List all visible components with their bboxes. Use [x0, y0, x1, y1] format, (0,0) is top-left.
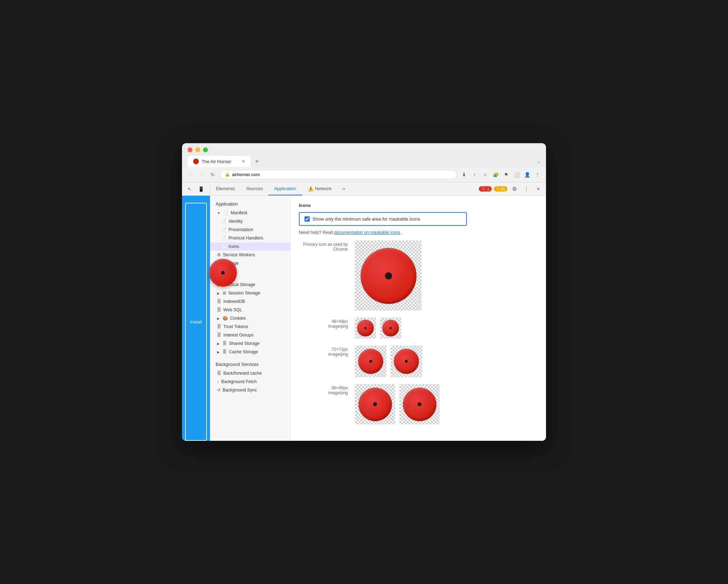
- more-options-icon[interactable]: ⋮: [522, 184, 531, 194]
- profile-icon[interactable]: 👤: [523, 171, 531, 179]
- title-bar: The Air Horner × + ⌄: [182, 143, 546, 167]
- indexed-db-icon: 🗄: [217, 299, 221, 304]
- tab-network[interactable]: ⚠️ Network: [302, 182, 337, 195]
- help-text-suffix: .: [401, 230, 402, 235]
- device-icon[interactable]: 📱: [196, 184, 206, 194]
- help-text-prefix: Need help? Read: [299, 230, 334, 235]
- share-icon[interactable]: ↑: [470, 171, 479, 179]
- background-sync-icon: ↺: [217, 388, 220, 392]
- new-tab-button[interactable]: +: [252, 157, 262, 166]
- maskable-icons-checkbox[interactable]: [304, 216, 310, 222]
- sidebar-item-indexed-db[interactable]: 🗄 IndexedDB: [210, 297, 290, 306]
- sidebar-item-background-sync[interactable]: ↺ Background Sync: [210, 386, 290, 394]
- sidebar-item-back-forward-cache[interactable]: 🗄 Back/forward cache: [210, 369, 290, 377]
- expand-icon: ▶: [217, 317, 220, 320]
- layout-icon[interactable]: ⬜: [512, 171, 521, 179]
- primary-icon-label: Primary icon as used by Chrome: [299, 241, 355, 252]
- web-sql-icon: 🗄: [217, 307, 221, 312]
- manifest-label: Manifest: [231, 210, 247, 215]
- browser-window: The Air Horner × + ⌄ ← → ↻ 🔒 airhorner.c…: [182, 143, 546, 441]
- shared-storage-icon: 🗄: [223, 341, 227, 346]
- tab-list-chevron[interactable]: ⌄: [537, 159, 540, 164]
- cache-storage-label: Cache Storage: [229, 349, 258, 354]
- sidebar-item-session-storage[interactable]: ▶ ⊞ Session Storage: [210, 289, 290, 297]
- background-fetch-icon: ↕: [217, 379, 219, 384]
- window-controls: [188, 147, 540, 152]
- panel-title: Icons: [299, 203, 538, 208]
- icon-72-previews: [355, 346, 422, 377]
- settings-icon[interactable]: ⚙: [510, 184, 519, 194]
- help-text-row: Need help? Read documentation on maskabl…: [299, 230, 538, 235]
- icons-label: Icons: [229, 244, 239, 249]
- size-96-label: 96×96px image/png: [299, 384, 355, 395]
- bookmark-icon[interactable]: ☆: [481, 171, 489, 179]
- devtools-close-icon[interactable]: ×: [533, 184, 543, 194]
- tab-bar: The Air Horner × + ⌄: [188, 156, 540, 167]
- warning-triangle-icon: ⚠: [496, 187, 500, 191]
- devtools-right: 🔴 2 ⚠ 85 ⚙ ⋮ ×: [479, 184, 543, 194]
- sidebar-item-protocol-handlers[interactable]: 📄 Protocol Handlers: [210, 234, 290, 242]
- interest-groups-label: Interest Groups: [223, 333, 253, 338]
- service-workers-icon: ⚙: [217, 252, 221, 257]
- sidebar-item-background-fetch[interactable]: ↕ Background Fetch: [210, 377, 290, 386]
- tab-close-button[interactable]: ×: [242, 159, 245, 164]
- sidebar-item-presentation[interactable]: 📄 Presentation: [210, 225, 290, 234]
- tab-more[interactable]: »: [337, 182, 351, 195]
- inspect-icon[interactable]: ↖: [185, 184, 195, 194]
- app-sidebar: Application ▼ 📄 Manifest 📄 Identity 📄 Pr…: [210, 196, 290, 441]
- install-button[interactable]: Install: [185, 203, 207, 441]
- error-icon: 🔴: [481, 187, 486, 191]
- tab-application[interactable]: Application: [268, 182, 302, 195]
- sidebar-item-cookies[interactable]: ▶ 🍪 Cookies: [210, 314, 290, 322]
- background-services-title: Background Services: [210, 360, 290, 369]
- icon-preview-panel: Icons Show only the minimum safe area fo…: [290, 196, 546, 441]
- icon-48-1: [357, 320, 374, 336]
- tab-elements[interactable]: Elements: [210, 182, 240, 195]
- primary-icon-box: [355, 241, 421, 311]
- refresh-button[interactable]: ↻: [209, 171, 217, 179]
- cache-storage-icon: 🗄: [223, 349, 227, 354]
- sidebar-item-shared-storage[interactable]: ▶ 🗄 Shared Storage: [210, 339, 290, 348]
- extensions-icon[interactable]: 🧩: [491, 171, 500, 179]
- protocol-file-icon: 📄: [221, 236, 226, 241]
- icon-72-2: [394, 349, 419, 374]
- icon-96-box-2: [399, 384, 440, 424]
- blue-sidebar-app-icon: [209, 259, 237, 287]
- forward-button[interactable]: →: [197, 171, 206, 179]
- icon-96-previews: [355, 384, 440, 424]
- sidebar-item-manifest[interactable]: ▼ 📄 Manifest: [210, 209, 290, 217]
- address-input[interactable]: 🔒 airhorner.com: [220, 170, 457, 179]
- warning-badge: ⚠ 85: [494, 186, 507, 192]
- maximize-button[interactable]: [203, 147, 208, 152]
- icon-96-box-1: [355, 384, 395, 424]
- expand-icon: ▶: [217, 350, 220, 354]
- tab-title: The Air Horner: [202, 159, 231, 164]
- sidebar-item-service-workers[interactable]: ⚙ Service Workers: [210, 251, 290, 259]
- download-icon[interactable]: ⬇: [460, 171, 468, 179]
- size-72-label: 72×72px image/png: [299, 346, 355, 357]
- toolbar-right: ⬇ ↑ ☆ 🧩 ⚑ ⬜ 👤 ⋮: [460, 171, 542, 179]
- sidebar-item-identity[interactable]: 📄 Identity: [210, 217, 290, 225]
- sidebar-item-cache-storage[interactable]: ▶ 🗄 Cache Storage: [210, 348, 290, 356]
- background-sync-label: Background Sync: [223, 388, 257, 392]
- icon-72-1: [358, 349, 383, 374]
- menu-icon[interactable]: ⋮: [533, 171, 542, 179]
- sidebar-item-web-sql[interactable]: 🗄 Web SQL: [210, 306, 290, 314]
- back-button[interactable]: ←: [186, 171, 195, 179]
- help-link[interactable]: documentation on maskable icons: [334, 230, 400, 235]
- active-tab[interactable]: The Air Horner ×: [188, 156, 251, 167]
- icon-row-48: 48×48px image/png: [299, 318, 538, 339]
- cookies-icon: 🍪: [223, 316, 228, 321]
- manifest-file-icon: 📄: [223, 210, 229, 215]
- minimize-button[interactable]: [195, 147, 200, 152]
- flag-icon[interactable]: ⚑: [502, 171, 510, 179]
- icon-96-1: [358, 388, 392, 421]
- icon-96-2: [403, 388, 436, 421]
- icon-row-primary: Primary icon as used by Chrome: [299, 241, 538, 311]
- tab-sources[interactable]: Sources: [240, 182, 268, 195]
- close-button[interactable]: [188, 147, 192, 152]
- session-storage-label: Session Storage: [228, 291, 260, 296]
- sidebar-item-interest-groups[interactable]: 🗄 Interest Groups: [210, 331, 290, 339]
- sidebar-item-icons[interactable]: 📄 Icons: [210, 242, 290, 251]
- sidebar-item-trust-tokens[interactable]: 🗄 Trust Tokens: [210, 322, 290, 331]
